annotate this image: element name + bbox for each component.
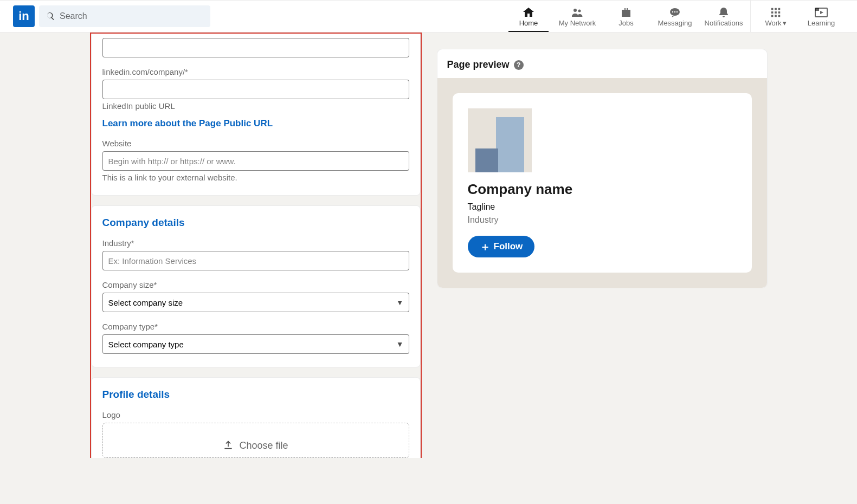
home-icon (522, 6, 535, 19)
search-box[interactable] (39, 5, 210, 27)
svg-point-3 (672, 11, 673, 12)
preview-column: Page preview ? Company name Tagline Indu… (437, 33, 768, 458)
search-input[interactable] (60, 11, 204, 21)
chat-icon (668, 6, 681, 19)
company-size-label: Company size* (102, 280, 409, 289)
nav-label: Work▾ (765, 19, 786, 27)
page-body: linkedin.com/company/* LinkedIn public U… (0, 33, 857, 480)
company-details-title: Company details (102, 217, 409, 229)
chevron-down-icon: ▾ (783, 19, 787, 27)
nav-label: Home (519, 19, 538, 27)
learning-icon (814, 6, 828, 19)
top-nav: in Home My Network Jobs Messaging Notifi… (0, 0, 857, 33)
svg-rect-10 (775, 11, 777, 14)
svg-rect-12 (771, 15, 774, 17)
nav-learning[interactable]: Learning (798, 1, 844, 32)
page-identity-card: linkedin.com/company/* LinkedIn public U… (91, 34, 421, 196)
company-details-card: Company details Industry* Company size* … (91, 205, 421, 367)
industry-label: Industry* (102, 238, 409, 248)
preview-industry: Industry (468, 215, 737, 225)
nav-jobs[interactable]: Jobs (602, 1, 650, 32)
svg-point-0 (574, 9, 577, 12)
website-label: Website (102, 139, 409, 148)
nav-home[interactable]: Home (504, 1, 553, 32)
preview-title: Page preview (447, 59, 510, 70)
company-type-select[interactable] (102, 334, 409, 354)
svg-rect-13 (775, 15, 777, 17)
follow-label: Follow (494, 241, 523, 252)
preview-header: Page preview ? (437, 49, 767, 78)
preview-body: Company name Tagline Industry ＋ Follow (437, 78, 767, 288)
profile-details-title: Profile details (102, 389, 409, 400)
nav-network[interactable]: My Network (553, 1, 602, 32)
highlighted-region: linkedin.com/company/* LinkedIn public U… (90, 33, 422, 458)
svg-point-5 (676, 11, 678, 12)
logo-label: Logo (102, 410, 409, 419)
preview-inner: Company name Tagline Industry ＋ Follow (453, 93, 752, 273)
plus-icon: ＋ (480, 241, 491, 252)
svg-point-1 (578, 9, 581, 12)
briefcase-icon (620, 6, 633, 19)
company-name-input[interactable] (102, 38, 409, 57)
industry-input[interactable] (102, 251, 409, 270)
nav-label: My Network (559, 19, 596, 27)
nav-label: Learning (808, 19, 835, 27)
nav-separator (750, 1, 751, 32)
nav-label: Notifications (705, 19, 743, 27)
nav-notifications[interactable]: Notifications (699, 1, 748, 32)
url-help-text: LinkedIn public URL (102, 101, 409, 111)
website-help-text: This is a link to your external website. (102, 173, 409, 182)
nav-label: Messaging (658, 19, 692, 27)
upload-icon (223, 440, 234, 453)
nav-items: Home My Network Jobs Messaging Notificat… (504, 1, 844, 32)
profile-details-card: Profile details Logo Choose file (91, 377, 421, 458)
nav-label: Jobs (618, 19, 633, 27)
svg-rect-11 (778, 11, 781, 14)
svg-rect-16 (815, 8, 819, 11)
logo-upload[interactable]: Choose file (102, 423, 409, 458)
company-type-label: Company type* (102, 322, 409, 331)
nav-work[interactable]: Work▾ (753, 1, 798, 32)
nav-messaging[interactable]: Messaging (650, 1, 699, 32)
svg-rect-9 (771, 11, 774, 14)
svg-rect-7 (775, 8, 777, 10)
learn-more-link[interactable]: Learn more about the Page Public URL (102, 118, 273, 129)
form-column: linkedin.com/company/* LinkedIn public U… (90, 33, 422, 458)
search-icon (46, 11, 55, 21)
website-input[interactable] (102, 151, 409, 171)
svg-rect-6 (771, 8, 774, 10)
people-icon (571, 6, 584, 19)
company-size-select[interactable] (102, 293, 409, 312)
svg-point-4 (674, 11, 675, 12)
url-prefix-label: linkedin.com/company/* (102, 67, 409, 76)
bell-icon (717, 6, 730, 19)
svg-rect-14 (778, 15, 781, 17)
logo-placeholder (468, 108, 532, 172)
choose-file-label: Choose file (239, 440, 288, 451)
linkedin-logo[interactable]: in (13, 5, 35, 27)
grid-icon (770, 6, 782, 19)
page-preview-card: Page preview ? Company name Tagline Indu… (437, 49, 768, 288)
preview-tagline: Tagline (468, 202, 737, 212)
svg-rect-8 (778, 8, 781, 10)
public-url-input[interactable] (102, 80, 409, 99)
follow-button[interactable]: ＋ Follow (468, 236, 535, 257)
preview-company-name: Company name (468, 181, 737, 198)
help-icon[interactable]: ? (514, 60, 524, 70)
